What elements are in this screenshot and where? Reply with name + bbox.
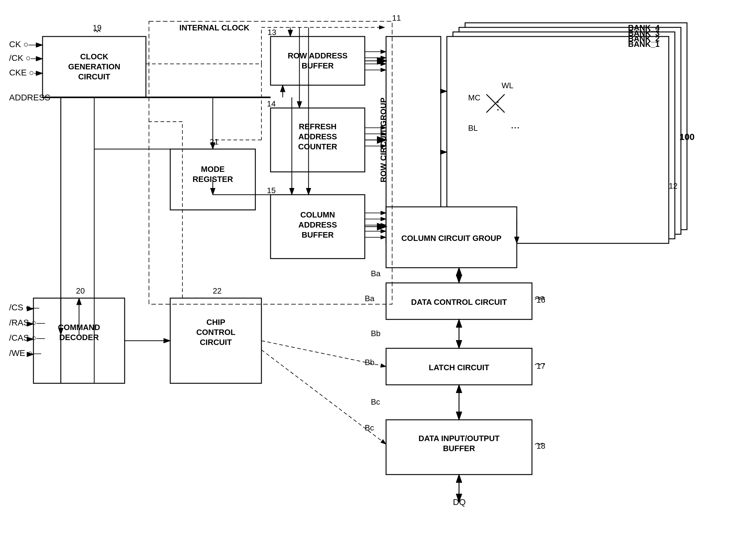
ck-signal: CK ○—: [9, 40, 37, 49]
nck-signal: /CK ○—: [9, 53, 39, 63]
col-addr-buf-line2: ADDRESS: [298, 220, 337, 229]
n100-label: 100: [679, 132, 695, 142]
n18-label: 18: [537, 441, 545, 451]
row-addr-buf-line2: BUFFER: [302, 61, 334, 70]
bc-connector-label: Bc: [371, 397, 380, 407]
col-addr-buf-line3: BUFFER: [302, 230, 334, 239]
bb-label: Bb: [365, 358, 375, 367]
chip-ctrl-line1: CHIP: [206, 318, 225, 327]
diagram-svg: BANK_4 BANK_3 BANK_2 BANK_1 100 11 12 RO…: [0, 0, 756, 550]
n20-label: 20: [76, 286, 85, 296]
n21-label: 21: [210, 137, 219, 146]
n17-label: 17: [537, 362, 545, 371]
bb-connector-label: Bb: [371, 329, 381, 338]
col-addr-buf-line1: COLUMN: [300, 210, 335, 219]
bl-label: BL: [468, 123, 478, 133]
n12-label: 12: [669, 181, 678, 190]
ncas-signal: /CAS ○—: [9, 333, 45, 343]
n14-label: 14: [267, 99, 276, 108]
svg-rect-15: [271, 36, 365, 85]
mode-reg-line1: MODE: [201, 164, 225, 174]
n11-label: 11: [392, 13, 401, 22]
row-addr-buf-line1: ROW ADDRESS: [288, 51, 348, 60]
nwe-signal: /WE ○—: [9, 348, 41, 358]
clock-gen-line3: CIRCUIT: [78, 72, 110, 81]
internal-clock-label: INTERNAL CLOCK: [179, 23, 250, 32]
ba-label: Ba: [365, 294, 375, 303]
dots-horizontal: ···: [511, 121, 520, 133]
clock-gen-line1: CLOCK: [80, 52, 109, 61]
n22-label: 22: [213, 286, 222, 296]
wl-label: WL: [502, 81, 513, 90]
latch-circuit-label: LATCH CIRCUIT: [429, 363, 489, 372]
chip-ctrl-line3: CIRCUIT: [200, 338, 232, 347]
col-circuit-group-label: COLUMN CIRCUIT GROUP: [401, 233, 501, 243]
chip-ctrl-line2: CONTROL: [196, 328, 236, 337]
data-io-line2: BUFFER: [443, 444, 475, 453]
refresh-line2: ADDRESS: [298, 132, 337, 141]
bank1-label: BANK_1: [628, 40, 660, 49]
n15-label: 15: [267, 186, 276, 195]
cke-signal: CKE ○—: [9, 68, 43, 77]
n19-label: 19: [93, 23, 102, 32]
ncs-signal: /CS ○—: [9, 303, 39, 312]
data-ctrl-label: DATA CONTROL CIRCUIT: [411, 298, 507, 307]
n13-label: 13: [268, 28, 276, 37]
refresh-line3: COUNTER: [298, 142, 337, 151]
nras-signal: /RAS ○—: [9, 318, 45, 327]
clock-gen-line2: GENERATION: [68, 62, 120, 71]
bc-label: Bc: [365, 423, 374, 432]
ba-connector-label: Ba: [371, 269, 381, 278]
mc-label: MC: [468, 93, 480, 102]
refresh-line1: REFRESH: [299, 122, 337, 131]
data-io-line1: DATA INPUT/OUTPUT: [419, 434, 500, 443]
